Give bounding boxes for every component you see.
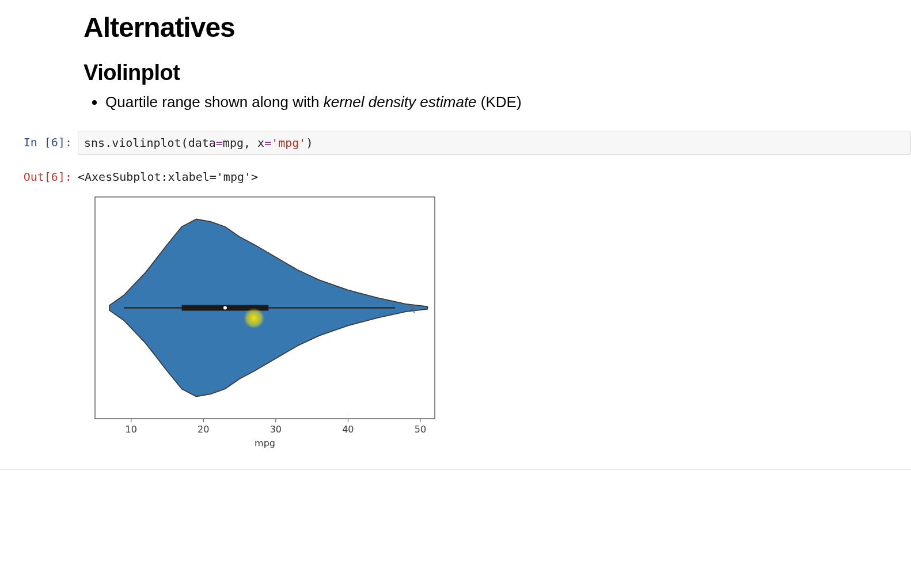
tok: x [257,136,264,150]
bullet-text-pre: Quartile range shown along with [105,93,324,111]
notebook-page: Alternatives Violinplot Quartile range s… [0,12,911,487]
code-input[interactable]: sns.violinplot(data=mpg, x='mpg') [78,131,911,155]
median-dot [223,306,227,310]
x-tick-label: 40 [342,424,354,435]
tok: ( [181,136,188,150]
bullet-list: Quartile range shown along with kernel d… [94,91,888,113]
tok: . [105,136,112,150]
x-tick-label: 50 [415,424,426,435]
input-prompt: In [6]: [0,131,78,149]
x-tick-label: 20 [198,424,209,435]
markdown-cell: Alternatives Violinplot Quartile range s… [83,12,888,113]
heading-violinplot: Violinplot [83,60,888,85]
bullet-item: Quartile range shown along with kernel d… [105,91,888,113]
figure-output: 1020304050mpg↖ [83,194,911,453]
tok: 'mpg' [271,136,306,150]
output-cell: Out[6]: <AxesSubplot:xlabel='mpg'> [0,165,911,184]
x-tick-label: 10 [126,424,137,435]
tok: = [264,136,271,150]
output-prompt: Out[6]: [0,165,78,184]
x-axis-label: mpg [255,438,275,449]
tok: = [216,136,223,150]
violin-plot: 1020304050mpg↖ [83,194,441,453]
tok: ) [306,136,313,150]
heading-alternatives: Alternatives [83,12,888,43]
bullet-text-post: (KDE) [477,93,522,111]
divider [0,469,911,470]
highlight-marker [244,308,264,329]
tok: , [244,136,257,150]
x-tick-label: 30 [270,424,282,435]
tok: sns [84,136,105,150]
tok: mpg [223,136,244,150]
tok: violinplot [112,136,181,150]
tok: data [188,136,216,150]
code-cell: In [6]: sns.violinplot(data=mpg, x='mpg'… [0,131,911,155]
output-text: <AxesSubplot:xlabel='mpg'> [78,165,911,184]
bullet-text-em: kernel density estimate [324,93,477,111]
